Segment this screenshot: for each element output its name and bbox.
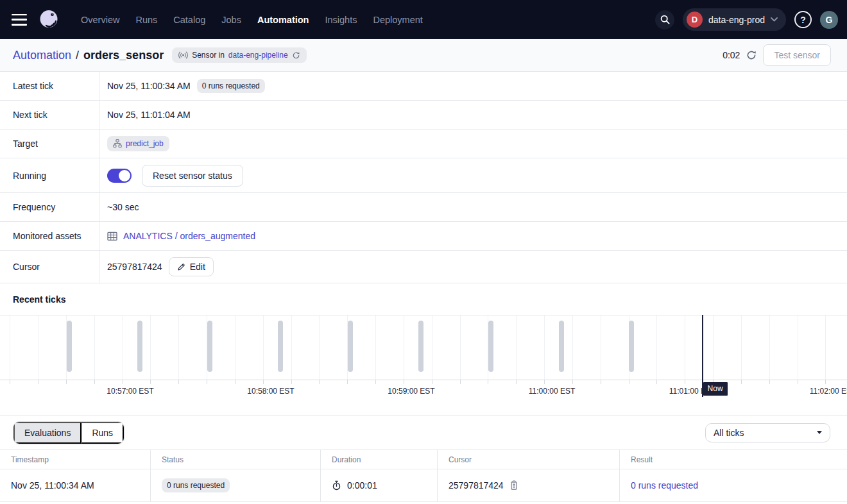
help-button[interactable]: ? (794, 11, 812, 28)
tick-bar[interactable] (207, 321, 212, 372)
row-latest-tick: Latest tick Nov 25, 11:00:34 AM 0 runs r… (0, 72, 847, 101)
axis-tick-mark (404, 380, 404, 384)
col-duration: Duration (320, 450, 437, 469)
breadcrumb-separator: / (76, 49, 79, 62)
axis-label: 11:02:00 EST (810, 387, 847, 396)
tick-bar[interactable] (278, 321, 283, 372)
user-avatar[interactable]: G (820, 11, 838, 29)
gridline (713, 315, 714, 380)
deployment-name: data-eng-prod (708, 15, 765, 25)
row-next-tick: Next tick Nov 25, 11:01:04 AM (0, 101, 847, 130)
gridline (685, 315, 685, 380)
gridline (319, 315, 320, 380)
reset-sensor-status-button[interactable]: Reset sensor status (142, 165, 243, 187)
col-result: Result (619, 450, 847, 469)
tick-filter-value: All ticks (714, 428, 744, 438)
row-target: Target predict_job (0, 130, 847, 158)
running-toggle[interactable] (107, 169, 132, 183)
tick-bar[interactable] (488, 321, 493, 372)
latest-tick-status-badge: 0 runs requested (197, 79, 265, 93)
tick-bar[interactable] (348, 321, 353, 372)
axis-tick-mark (544, 380, 545, 384)
tab-evaluations[interactable]: Evaluations (13, 422, 81, 444)
test-sensor-button[interactable]: Test sensor (763, 44, 831, 66)
deployment-switcher[interactable]: D data-eng-prod (683, 8, 786, 31)
axis-tick-mark (319, 380, 320, 384)
nav-item-insights[interactable]: Insights (325, 15, 357, 25)
monitored-asset-link[interactable]: ANALYTICS / orders_augmented (107, 231, 255, 241)
nav-item-jobs[interactable]: Jobs (221, 15, 241, 25)
tick-bar[interactable] (418, 321, 424, 372)
ticks-table-header: Timestamp Status Duration Cursor Result (0, 449, 847, 469)
cell-result-link[interactable]: 0 runs requested (631, 480, 698, 491)
tab-runs[interactable]: Runs (81, 422, 124, 444)
gridline (460, 315, 461, 380)
tick-bar[interactable] (629, 321, 634, 372)
axis-tick-mark (629, 380, 629, 384)
target-job-link[interactable]: predict_job (107, 136, 169, 151)
frequency-value: ~30 sec (107, 202, 139, 212)
sensor-type-badge: Sensor in data-eng-pipeline (172, 47, 306, 63)
table-row: Nov 25, 11:00:34 AM 0 runs requested 0:0… (0, 469, 847, 502)
refresh-countdown: 0:02 (723, 50, 740, 60)
tick-bar[interactable] (559, 321, 564, 372)
menu-icon[interactable] (12, 14, 27, 26)
copy-clipboard-icon[interactable] (509, 480, 518, 491)
reload-location-icon[interactable] (292, 51, 300, 60)
breadcrumb-automation[interactable]: Automation (13, 49, 71, 62)
axis-tick-mark (263, 380, 264, 384)
tick-filter-select[interactable]: All ticks (705, 423, 830, 442)
frequency-label: Frequency (0, 193, 99, 221)
running-label: Running (0, 158, 99, 192)
next-tick-label: Next tick (0, 101, 99, 129)
axis-tick-mark (685, 380, 685, 384)
pencil-icon (177, 263, 185, 271)
row-monitored-assets: Monitored assets ANALYTICS / orders_augm… (0, 222, 847, 251)
tick-bar[interactable] (137, 321, 142, 372)
axis-tick-mark (656, 380, 657, 384)
edit-cursor-button[interactable]: Edit (169, 257, 214, 276)
target-job-name: predict_job (126, 139, 164, 148)
gridline (38, 315, 38, 380)
gridline (798, 315, 798, 380)
axis-tick-mark (207, 380, 207, 384)
search-icon (660, 14, 671, 25)
nav-item-catalog[interactable]: Catalog (173, 15, 205, 25)
dagster-logo-icon[interactable] (37, 8, 61, 32)
tick-chart (0, 315, 847, 380)
axis-tick-mark (94, 380, 95, 384)
gridline (123, 315, 123, 380)
axis-tick-mark (488, 380, 488, 384)
cursor-value: 25797817424 (107, 262, 162, 272)
nav-item-automation[interactable]: Automation (257, 15, 309, 25)
axis-tick-mark (66, 380, 67, 384)
axis-tick-mark (798, 380, 798, 384)
latest-tick-time: Nov 25, 11:00:34 AM (107, 81, 191, 91)
axis-label: 11:00:00 EST (529, 387, 576, 396)
axis-tick-mark (769, 380, 770, 384)
nav-item-overview[interactable]: Overview (81, 15, 119, 25)
search-button[interactable] (655, 10, 674, 29)
stopwatch-icon (332, 480, 341, 491)
nav-item-runs[interactable]: Runs (135, 15, 157, 25)
refresh-icon[interactable] (746, 50, 757, 60)
now-badge: Now (703, 382, 728, 396)
gridline (404, 315, 404, 380)
gridline (572, 315, 573, 380)
gridline (150, 315, 151, 380)
sensor-details: Latest tick Nov 25, 11:00:34 AM 0 runs r… (0, 72, 847, 283)
row-cursor: Cursor 25797817424 Edit (0, 251, 847, 283)
target-label: Target (0, 130, 99, 158)
tick-bar[interactable] (67, 321, 72, 372)
chevron-down-icon (771, 17, 778, 22)
view-segmented-control: Evaluations Runs (13, 421, 124, 444)
axis-label: 10:57:00 EST (107, 387, 153, 396)
gridline (769, 315, 770, 380)
col-timestamp: Timestamp (0, 450, 150, 469)
results-toolbar: Evaluations Runs All ticks (0, 415, 847, 449)
col-cursor: Cursor (437, 450, 619, 469)
gridline (10, 315, 10, 380)
axis-tick-mark (601, 380, 601, 384)
code-location-link[interactable]: data-eng-pipeline (228, 51, 288, 60)
nav-item-deployment[interactable]: Deployment (373, 15, 422, 25)
